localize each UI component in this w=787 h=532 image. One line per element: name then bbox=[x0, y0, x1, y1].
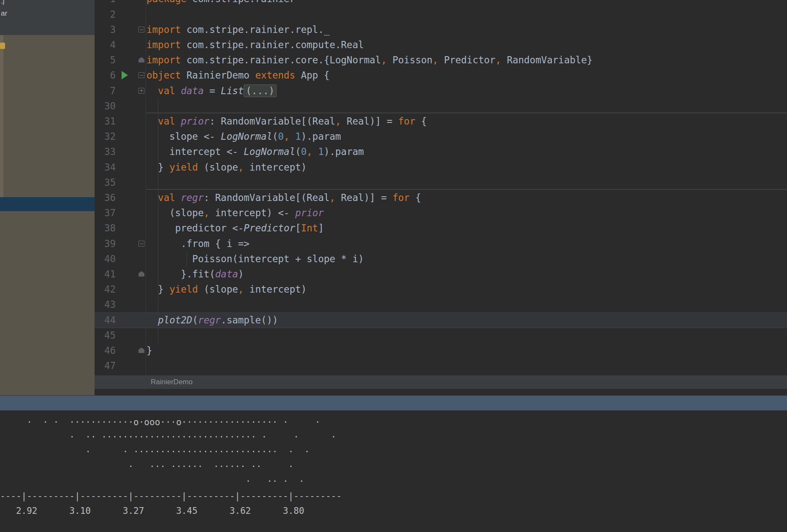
line-number[interactable]: 31 bbox=[95, 114, 116, 129]
code-line[interactable]: val data = List(...) bbox=[147, 83, 787, 99]
code-token: intercept) bbox=[244, 284, 307, 295]
run-toolwindow-header[interactable] bbox=[0, 395, 787, 410]
breadcrumb: RainierDemo bbox=[95, 375, 787, 389]
line-number[interactable]: 32 bbox=[95, 129, 116, 144]
code-line[interactable]: }.fit(data) bbox=[147, 266, 787, 282]
code-token bbox=[312, 146, 318, 157]
tree-item-truncated[interactable]: ar bbox=[1, 9, 7, 18]
tree-item-truncated[interactable]: .j bbox=[1, 0, 5, 5]
line-number[interactable]: 35 bbox=[95, 175, 116, 190]
code-token: import bbox=[147, 54, 181, 65]
code-token: RainierDemo bbox=[181, 70, 255, 81]
fold-end-icon[interactable] bbox=[138, 57, 144, 62]
code-token: , bbox=[329, 192, 335, 203]
code-editor[interactable]: 123−456−7+30313233343536373839−404142434… bbox=[95, 0, 787, 375]
code-token: List bbox=[221, 85, 244, 96]
code-token: com.stripe.rainier.repl._ bbox=[181, 24, 329, 35]
code-token: ).param bbox=[324, 146, 364, 157]
fold-closed-icon[interactable]: + bbox=[138, 88, 144, 94]
code-line[interactable]: import com.stripe.rainier.core.{LogNorma… bbox=[147, 52, 787, 68]
code-line[interactable] bbox=[147, 328, 787, 343]
line-number[interactable]: 2 bbox=[95, 7, 116, 22]
code-token: }.fit( bbox=[147, 269, 215, 280]
code-token: import bbox=[147, 24, 181, 35]
code-line[interactable]: plot2D(regr.sample()) bbox=[147, 312, 787, 328]
code-token: (slope bbox=[147, 207, 204, 218]
code-line[interactable]: package com.stripe.rainier bbox=[147, 0, 787, 7]
code-token: : RandomVariable[(Real bbox=[204, 192, 329, 203]
code-line[interactable]: (slope, intercept) <- prior bbox=[147, 205, 787, 221]
line-number[interactable]: 4 bbox=[95, 37, 116, 53]
fold-open-icon[interactable]: − bbox=[138, 27, 144, 33]
code-token: regr bbox=[181, 192, 204, 203]
code-line[interactable]: intercept <- LogNormal(0, 1).param bbox=[147, 144, 787, 160]
line-number[interactable]: 41 bbox=[95, 266, 116, 282]
line-number[interactable]: 37 bbox=[95, 205, 116, 221]
gutter[interactable]: 123−456−7+30313233343536373839−404142434… bbox=[95, 0, 147, 375]
fold-end-icon[interactable] bbox=[138, 271, 144, 277]
code-token: , bbox=[381, 54, 387, 65]
breadcrumb-item[interactable]: RainierDemo bbox=[151, 378, 193, 386]
code-token: Poisson bbox=[387, 54, 432, 65]
code-line[interactable] bbox=[147, 175, 787, 190]
code-line[interactable]: slope <- LogNormal(0, 1).param bbox=[147, 129, 787, 144]
code-line[interactable] bbox=[147, 358, 787, 374]
code-line[interactable]: val prior: RandomVariable[(Real, Real)] … bbox=[147, 114, 787, 129]
line-number[interactable]: 42 bbox=[95, 282, 116, 297]
line-number[interactable]: 43 bbox=[95, 297, 116, 312]
fold-end-icon[interactable] bbox=[138, 347, 144, 353]
code-line[interactable]: import com.stripe.rainier.repl._ bbox=[147, 22, 787, 38]
console-axis-row: ----|---------|---------|---------|-----… bbox=[0, 489, 787, 504]
line-number[interactable]: 38 bbox=[95, 220, 116, 236]
code-line[interactable]: predictor <-Predictor[Int] bbox=[147, 220, 787, 236]
code-token: data bbox=[181, 85, 204, 96]
folded-region[interactable]: (...) bbox=[244, 84, 277, 97]
code-line[interactable] bbox=[147, 98, 787, 114]
code-token: object bbox=[147, 70, 181, 81]
code-line[interactable]: .from { i => bbox=[147, 236, 787, 252]
code-line[interactable]: Poisson(intercept + slope * i) bbox=[147, 251, 787, 267]
line-number[interactable]: 1 bbox=[95, 0, 116, 7]
code-line[interactable] bbox=[147, 297, 787, 312]
code-line[interactable]: val regr: RandomVariable[(Real, Real)] =… bbox=[147, 190, 787, 206]
line-number[interactable]: 5 bbox=[95, 52, 116, 68]
project-panel-body bbox=[0, 35, 95, 395]
line-number[interactable]: 46 bbox=[95, 343, 116, 358]
code-token: intercept) bbox=[244, 162, 307, 173]
line-number[interactable]: 34 bbox=[95, 160, 116, 175]
code-line[interactable]: } yield (slope, intercept) bbox=[147, 160, 787, 175]
code-token: 0 bbox=[278, 131, 284, 142]
code-line[interactable]: import com.stripe.rainier.compute.Real bbox=[147, 37, 787, 53]
run-icon[interactable] bbox=[122, 71, 128, 79]
code-token: val bbox=[158, 85, 175, 96]
code-token: ( bbox=[192, 315, 198, 326]
console-plot-row: · ··· ······ ······ ·· · bbox=[0, 459, 787, 474]
line-number[interactable]: 6 bbox=[95, 68, 116, 83]
code-token bbox=[175, 192, 181, 203]
code-token: prior bbox=[295, 207, 324, 218]
line-number[interactable]: 44 bbox=[95, 312, 116, 328]
line-number[interactable]: 40 bbox=[95, 251, 116, 267]
line-number[interactable]: 7 bbox=[95, 83, 116, 99]
fold-open-icon[interactable]: − bbox=[138, 241, 144, 247]
code-token: } bbox=[147, 162, 169, 173]
line-number[interactable]: 36 bbox=[95, 190, 116, 206]
line-number[interactable]: 45 bbox=[95, 328, 116, 343]
code-line[interactable]: } bbox=[147, 343, 787, 358]
line-number[interactable]: 30 bbox=[95, 98, 116, 114]
code-line[interactable]: } yield (slope, intercept) bbox=[147, 282, 787, 297]
code-token bbox=[175, 85, 181, 96]
selected-tree-row[interactable] bbox=[0, 197, 95, 211]
method-separator bbox=[147, 189, 787, 190]
code-line[interactable] bbox=[147, 7, 787, 22]
line-number[interactable]: 47 bbox=[95, 358, 116, 374]
run-console[interactable]: · · · ············o·ooo···o·············… bbox=[0, 410, 787, 532]
line-number[interactable]: 3 bbox=[95, 22, 116, 38]
code-line[interactable]: object RainierDemo extends App { bbox=[147, 68, 787, 83]
code-token: prior bbox=[181, 116, 209, 127]
fold-open-icon[interactable]: − bbox=[138, 72, 144, 78]
console-plot-row: · ·· ····························· · · · bbox=[0, 430, 787, 445]
line-number[interactable]: 39 bbox=[95, 236, 116, 252]
line-number[interactable]: 33 bbox=[95, 144, 116, 160]
code-lines[interactable]: package com.stripe.rainierimport com.str… bbox=[147, 0, 787, 375]
